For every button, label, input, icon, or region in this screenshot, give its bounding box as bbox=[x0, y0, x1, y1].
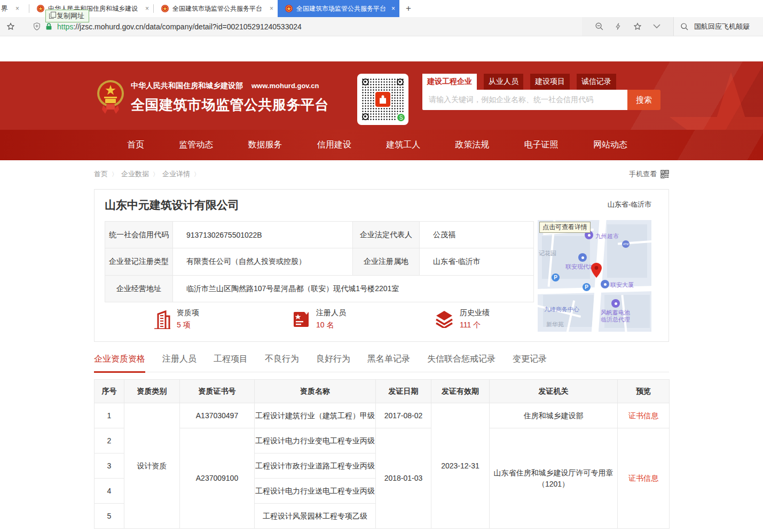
nav-news[interactable]: 网站动态 bbox=[593, 139, 627, 151]
tab-changes[interactable]: 变更记录 bbox=[513, 348, 547, 372]
col-name: 资质名称 bbox=[255, 380, 376, 403]
company-stats: 资质项5 项 注册人员10 名 历史业绩111 个 bbox=[105, 308, 534, 330]
cell-name: 工程设计电力行业变电工程专业丙级 bbox=[255, 428, 376, 453]
favorite-star-icon[interactable] bbox=[633, 22, 642, 32]
copy-url-tooltip: 复制网址 bbox=[45, 10, 89, 22]
search-tab-credit[interactable]: 诚信记录 bbox=[577, 74, 616, 90]
browser-tab-2[interactable]: 全国建筑市场监管公共服务平台 × bbox=[154, 0, 278, 17]
company-name: 山东中元建筑设计有限公司 bbox=[105, 198, 239, 213]
lightning-icon[interactable] bbox=[615, 22, 622, 31]
browser-tab-partial[interactable]: 界 × bbox=[0, 0, 29, 17]
nav-certificate[interactable]: 电子证照 bbox=[524, 139, 559, 151]
bookmark-star-icon[interactable] bbox=[6, 22, 15, 32]
stat-qualifications[interactable]: 资质项5 项 bbox=[105, 308, 248, 330]
stat-label: 资质项 bbox=[177, 308, 199, 318]
col-cert-no: 资质证书号 bbox=[180, 380, 255, 403]
map-label: 临沂总代理 bbox=[601, 316, 630, 324]
keyword-search-input[interactable]: 请输入关键词，例如企业名称、统一社会信用代码 bbox=[422, 90, 627, 110]
quick-search-box[interactable]: 国航回应飞机颠簸 bbox=[673, 17, 763, 36]
cell-name: 工程设计风景园林工程专项乙级 bbox=[255, 504, 376, 529]
search-tab-personnel[interactable]: 从业人员 bbox=[484, 74, 523, 90]
shield-icon[interactable] bbox=[33, 22, 41, 31]
address-bar: https://jzsc.mohurd.gov.cn/data/company/… bbox=[0, 17, 763, 36]
cell-issue-date: 2018-01-03 bbox=[376, 428, 431, 529]
stat-label: 历史业绩 bbox=[460, 308, 490, 318]
cell-seq: 4 bbox=[95, 479, 124, 504]
cell-name: 工程设计市政行业道路工程专业丙级 bbox=[255, 453, 376, 479]
copy-url-label: 复制网址 bbox=[57, 11, 84, 21]
breadcrumb-company-data[interactable]: 企业数据 bbox=[121, 169, 149, 179]
tab-title: 界 bbox=[1, 4, 8, 13]
cell-valid-until: 2023-12-31 bbox=[431, 403, 490, 529]
breadcrumb-company-detail[interactable]: 企业详情 bbox=[162, 169, 190, 179]
nav-policy[interactable]: 政策法规 bbox=[455, 139, 489, 151]
company-card: 山东中元建筑设计有限公司 山东省-临沂市 统一社会信用代码 9137130267… bbox=[94, 189, 669, 342]
qr-mini-icon[interactable] bbox=[660, 170, 669, 178]
close-icon[interactable]: × bbox=[15, 5, 19, 12]
cell-name: 工程设计建筑行业（建筑工程）甲级 bbox=[255, 403, 376, 428]
tab-bad-behavior[interactable]: 不良行为 bbox=[265, 348, 299, 372]
stat-value: 111 个 bbox=[460, 320, 490, 330]
platform-title: 全国建筑市场监管公共服务平台 bbox=[131, 96, 329, 114]
cell-authority: 住房和城乡建设部 bbox=[490, 403, 618, 428]
breadcrumb: 首页 〉 企业数据 〉 企业详情 〉 手机查看 bbox=[94, 160, 669, 188]
chevron-down-icon[interactable] bbox=[653, 24, 660, 29]
field-label: 企业注册属地 bbox=[353, 248, 420, 276]
certificate-info-link[interactable]: 证书信息 bbox=[628, 474, 658, 482]
shop-marker-icon bbox=[611, 299, 620, 308]
search-tab-project[interactable]: 建设项目 bbox=[530, 74, 570, 90]
field-value: 公茂福 bbox=[420, 222, 534, 248]
col-valid-until: 发证有效期 bbox=[431, 380, 490, 403]
stat-registered-personnel[interactable]: 注册人员10 名 bbox=[248, 308, 391, 330]
nav-credit[interactable]: 信用建设 bbox=[317, 139, 351, 151]
breadcrumb-home[interactable]: 首页 bbox=[94, 169, 108, 179]
tab-good-behavior[interactable]: 良好行为 bbox=[316, 348, 350, 372]
browser-tab-bar: 界 × 中华人民共和国住房和城乡建设 × 全国建筑市场监管公共服务平台 × 全国… bbox=[0, 0, 763, 17]
map-label: 新华苑 bbox=[546, 320, 564, 328]
stat-value: 10 名 bbox=[316, 320, 346, 330]
zoom-out-icon[interactable] bbox=[595, 22, 604, 31]
col-authority: 发证机关 bbox=[490, 380, 618, 403]
tab-title: 全国建筑市场监管公共服务平台 bbox=[172, 4, 266, 13]
tab-blacklist[interactable]: 黑名单记录 bbox=[367, 348, 410, 372]
field-value: 有限责任公司（自然人投资或控股） bbox=[173, 248, 353, 276]
mobile-view-label[interactable]: 手机查看 bbox=[629, 169, 657, 179]
company-info-table: 统一社会信用代码 91371302675501022B 企业法定代表人 公茂福 … bbox=[105, 221, 534, 302]
map-tooltip: 点击可查看详情 bbox=[539, 222, 591, 233]
search-tab-enterprise[interactable]: 建设工程企业 bbox=[422, 74, 477, 90]
tab-registered-personnel[interactable]: 注册人员 bbox=[162, 348, 196, 372]
emblem-favicon bbox=[161, 4, 169, 13]
close-icon[interactable]: × bbox=[391, 5, 395, 12]
table-header-row: 序号 资质类别 资质证书号 资质名称 发证日期 发证有效期 发证机关 预览 bbox=[95, 380, 670, 403]
tab-qualifications[interactable]: 企业资质资格 bbox=[94, 348, 145, 373]
url-text[interactable]: https://jzsc.mohurd.gov.cn/data/company/… bbox=[57, 22, 302, 31]
stat-value: 5 项 bbox=[177, 320, 199, 330]
close-icon[interactable]: × bbox=[145, 5, 149, 12]
new-tab-button[interactable]: + bbox=[406, 3, 411, 14]
map-label: 九峰商务中心 bbox=[544, 306, 579, 314]
nav-data-service[interactable]: 数据服务 bbox=[248, 139, 282, 151]
stat-history[interactable]: 历史业绩111 个 bbox=[391, 308, 534, 330]
cell-name: 工程设计电力行业送电工程专业丙级 bbox=[255, 479, 376, 504]
cell-seq: 5 bbox=[95, 504, 124, 529]
wechat-icon: S bbox=[396, 113, 406, 122]
map-label: 记花园 bbox=[539, 249, 556, 257]
nav-home[interactable]: 首页 bbox=[127, 139, 144, 151]
nav-supervision[interactable]: 监管动态 bbox=[179, 139, 213, 151]
ministry-name: 中华人民共和国住房和城乡建设部 bbox=[131, 81, 243, 91]
close-icon[interactable]: × bbox=[270, 5, 273, 12]
lock-icon bbox=[45, 22, 52, 30]
company-location-map[interactable]: 点击可查看详情 九州超市 ATM 记花园 联安现代城 P P 联安大厦 九峰商务… bbox=[538, 220, 651, 332]
parking-icon: P bbox=[552, 273, 560, 281]
tab-dishonesty[interactable]: 失信联合惩戒记录 bbox=[427, 348, 495, 372]
tab-projects[interactable]: 工程项目 bbox=[214, 348, 248, 372]
certificate-info-link[interactable]: 证书信息 bbox=[628, 411, 658, 420]
search-button[interactable]: 搜索 bbox=[627, 90, 660, 110]
browser-tab-active[interactable]: 全国建筑市场监管公共服务平台 × bbox=[278, 0, 399, 17]
cell-category: 设计资质 bbox=[124, 403, 180, 529]
cell-authority: 山东省住房和城乡建设厅许可专用章（1201） bbox=[490, 428, 618, 529]
map-pin-icon bbox=[591, 263, 602, 278]
atm-marker-icon: ATM bbox=[622, 240, 630, 248]
badge-book-icon bbox=[293, 311, 310, 328]
nav-workers[interactable]: 建筑工人 bbox=[386, 139, 420, 151]
